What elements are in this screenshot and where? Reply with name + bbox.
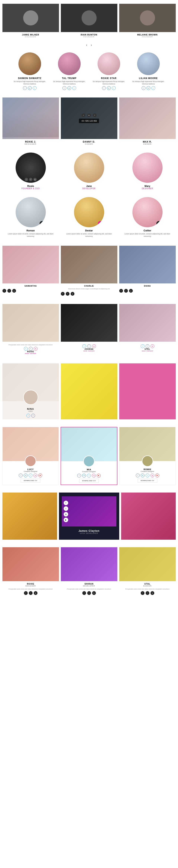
facebook-icon[interactable]: f <box>102 86 106 90</box>
badge-name-1: Dextar <box>61 229 117 232</box>
yt-icon[interactable]: ▶ <box>97 474 101 477</box>
mia-download-btn[interactable]: DOWNLOAD CV <box>79 479 99 483</box>
linkedin-icon[interactable]: in <box>67 86 71 90</box>
fb-icon[interactable]: f <box>77 474 81 477</box>
romie-download-btn[interactable]: DOWNLOAD CV <box>138 478 157 483</box>
facebook-icon[interactable]: f <box>63 86 66 90</box>
founder-name-1: RIAN BUNTON <box>61 34 117 36</box>
founder-role-2: FOUNDER <box>119 36 176 38</box>
linkedin-icon[interactable]: in <box>107 86 111 90</box>
fb-icon[interactable]: f <box>29 178 32 181</box>
facebook-overlay-icon[interactable]: f <box>93 113 97 117</box>
ig-icon[interactable]: ig <box>34 591 37 595</box>
nina-role: CEO <box>2 410 59 412</box>
twitter-icon[interactable]: t <box>72 86 76 90</box>
circle-bio-3: Sic tempus fugit esperanto fricup estrog… <box>130 80 167 85</box>
download-grid: LUCY Creative Designer f in t ig ▶ DOWNL… <box>2 427 176 485</box>
facebook-icon[interactable]: f <box>23 86 27 90</box>
twitter-icon[interactable]: t <box>151 86 155 90</box>
ig-icon[interactable]: ig <box>150 591 154 595</box>
badge-desc-0: Lorem ipsum dolor sit amet, consect adip… <box>4 233 57 238</box>
ig-icon[interactable]: g <box>12 289 16 293</box>
circle-name-2: Roxie Star <box>90 77 128 80</box>
tw-icon[interactable]: t <box>146 473 149 477</box>
tw-icon[interactable]: t <box>29 591 33 595</box>
james-name: James Clayton <box>62 529 116 532</box>
linkedin-icon[interactable]: in <box>147 86 150 90</box>
fb-icon[interactable]: f <box>2 289 6 293</box>
bottom-bio-1: Perspiciatis unde omnis iste natus doesi… <box>62 588 116 590</box>
circle-name-1: Tal Trump <box>50 77 88 80</box>
phone-number: +0+ 505 123 456 <box>79 119 99 123</box>
photo-card-name-1: DANNY D. <box>61 141 117 143</box>
linkedin-icon[interactable]: in <box>28 86 32 90</box>
circle-card-3: Lilian Moore Sic tempus fugit esperanto … <box>130 53 167 90</box>
circle-portrait-section: t f ig Roxie Founder & CEO Jane Develope… <box>1 149 178 193</box>
linkedin-icon[interactable]: in <box>141 473 144 477</box>
overlay-card-utel: t f ig Utel WEB OWNER <box>119 304 176 356</box>
linkedin-icon[interactable]: in <box>82 474 86 477</box>
photo-card-role-1: CODER <box>61 143 117 145</box>
linkedin-icon[interactable]: in <box>24 473 28 477</box>
yt-icon[interactable]: ▶ <box>155 473 159 477</box>
tw-icon[interactable]: t <box>7 289 11 293</box>
bottom-name-2: UTAL <box>119 583 176 585</box>
facebook-icon[interactable]: f <box>87 344 91 348</box>
tw-icon[interactable]: t <box>25 178 28 181</box>
tw-icon[interactable]: t <box>124 289 128 293</box>
twitter-icon[interactable]: t <box>141 344 144 348</box>
tw-icon[interactable]: t <box>87 474 91 477</box>
charlie-socials: f t g <box>61 291 117 297</box>
tw-icon[interactable]: t <box>29 473 32 477</box>
founder-card-0: JAMIE MILNER FOUNDER <box>2 4 59 38</box>
twitter-icon[interactable]: t <box>33 86 37 90</box>
ig-icon[interactable]: ig <box>92 474 96 477</box>
fb-icon[interactable]: f <box>19 473 23 477</box>
next-page[interactable]: › <box>91 43 92 47</box>
charlie-bio: Maecenas dictum ornare augue a semittoqu… <box>62 288 116 290</box>
twitter-icon[interactable]: t <box>82 344 86 348</box>
fb-icon[interactable]: f <box>141 591 144 595</box>
james-tw-icon[interactable]: t <box>64 506 68 511</box>
overlay-light-section: Perspiciatis unde omnis iste natus doesi… <box>1 300 178 360</box>
facebook-icon[interactable]: f <box>29 347 33 350</box>
instagram-overlay-icon[interactable]: in <box>87 113 91 117</box>
photo-card-role-2: OWNER <box>119 143 176 145</box>
tw-icon[interactable]: t <box>146 591 149 595</box>
prev-page[interactable]: ‹ <box>86 43 87 47</box>
james-ig-icon[interactable]: ig <box>64 512 68 517</box>
circle-bio-1: Sic tempus fugit esperanto fricup estrog… <box>50 80 88 85</box>
james-fb-icon[interactable]: f <box>64 501 68 505</box>
facebook-icon[interactable]: f <box>142 86 145 90</box>
tw-icon[interactable]: t <box>87 591 91 595</box>
james-role: UI/UX Developer <box>62 532 116 534</box>
twitter-icon[interactable]: t <box>26 414 30 417</box>
fb-icon[interactable]: f <box>82 591 86 595</box>
fb-icon[interactable]: f <box>61 292 65 296</box>
fb-icon[interactable]: f <box>119 289 123 293</box>
ig-icon[interactable]: g <box>129 289 133 293</box>
twitter-overlay-icon[interactable]: t <box>81 113 85 117</box>
ig-icon[interactable]: ig <box>92 591 96 595</box>
lucy-download-btn[interactable]: DOWNLOAD CV <box>21 478 40 483</box>
yt-icon[interactable]: ▶ <box>38 473 42 477</box>
james-yt-icon[interactable]: ▶ <box>64 518 68 522</box>
instagram-icon[interactable]: ig <box>150 344 154 348</box>
nina-card: NINA CEO t f <box>2 363 59 420</box>
instagram-icon[interactable]: ig <box>34 347 37 350</box>
ig-icon[interactable]: ig <box>150 473 154 477</box>
instagram-icon[interactable]: ig <box>92 344 96 348</box>
bottom-row-section: ROXIE Designer Perspiciatis unde omnis i… <box>1 544 178 599</box>
facebook-icon[interactable]: f <box>31 414 35 417</box>
facebook-icon[interactable]: f <box>146 344 149 348</box>
twitter-icon[interactable]: t <box>112 86 116 90</box>
fb-icon[interactable]: f <box>24 591 28 595</box>
ig-icon[interactable]: g <box>71 292 74 296</box>
phone-overlay: t in f +0+ 505 123 456 <box>61 97 117 139</box>
ig-icon[interactable]: ig <box>34 473 37 477</box>
twitter-icon[interactable]: t <box>24 347 28 350</box>
tw-icon[interactable]: t <box>66 292 70 296</box>
photo-card-danny: t in f +0+ 505 123 456 DANNY D. CODER <box>61 97 117 145</box>
fb-icon[interactable]: f <box>136 473 140 477</box>
ig-icon[interactable]: ig <box>33 178 37 181</box>
